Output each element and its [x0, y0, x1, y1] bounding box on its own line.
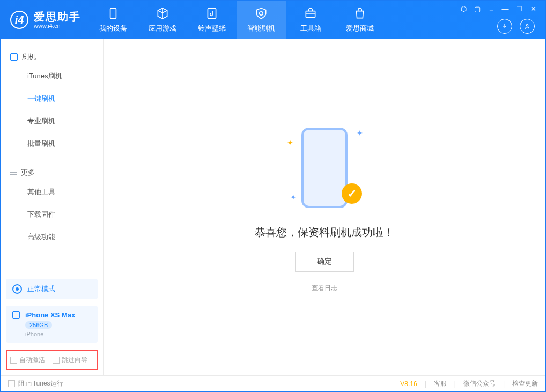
checkbox-icon [53, 357, 60, 364]
svg-point-3 [526, 25, 528, 27]
checkbox-skip-guide[interactable]: 跳过向导 [53, 356, 87, 365]
footer-link-update[interactable]: 检查更新 [512, 379, 538, 388]
device-name: iPhone XS Max [25, 311, 75, 319]
phone-graphic [301, 128, 348, 208]
sidebar-item-advanced[interactable]: 高级功能 [1, 226, 103, 248]
checkbox-icon [10, 357, 17, 364]
tab-smart-flash[interactable]: 智能刷机 [237, 1, 286, 39]
minimize-icon[interactable]: — [501, 5, 509, 12]
list-icon [10, 171, 17, 175]
toolbox-icon [304, 6, 318, 20]
menu-icon[interactable]: ≡ [488, 5, 495, 12]
phone-icon [106, 6, 120, 20]
sparkle-icon: ✦ [357, 129, 363, 137]
footer-link-wechat[interactable]: 微信公众号 [463, 379, 496, 388]
sidebar-item-batch-flash[interactable]: 批量刷机 [1, 132, 103, 155]
app-name-cn: 爱思助手 [34, 11, 81, 22]
version-label: V8.16 [400, 380, 417, 388]
download-button[interactable] [497, 19, 512, 34]
phone-icon [12, 311, 20, 319]
logo[interactable]: i4 爱思助手 www.i4.cn [1, 11, 88, 29]
svg-rect-0 [110, 8, 116, 19]
ok-button[interactable]: 确定 [295, 252, 354, 272]
sparkle-icon: ✦ [287, 138, 293, 147]
user-icon [523, 23, 531, 30]
header: i4 爱思助手 www.i4.cn 我的设备 应用游戏 铃声壁纸 智能刷机 工具… [1, 1, 545, 39]
mode-label: 正常模式 [27, 284, 55, 294]
logo-icon: i4 [10, 11, 28, 29]
window-controls: ⬡ ▢ ≡ — ☐ ✕ [460, 1, 540, 12]
main-content: ✦ ✦ ✦ ✓ 恭喜您，保资料刷机成功啦！ 确定 查看日志 [104, 39, 545, 375]
sidebar-section-flash: 刷机 [1, 45, 103, 65]
lock-icon[interactable]: ▢ [474, 5, 481, 12]
svg-rect-1 [208, 8, 216, 19]
mode-icon [12, 284, 22, 294]
app-name-en: www.i4.cn [34, 23, 81, 29]
checkbox-icon [8, 380, 15, 387]
sidebar-item-pro-flash[interactable]: 专业刷机 [1, 110, 103, 132]
tab-store[interactable]: 爱思商城 [335, 1, 385, 39]
sidebar-item-oneclick-flash[interactable]: 一键刷机 [1, 87, 103, 110]
check-icon: ✓ [342, 183, 362, 204]
shirt-icon[interactable]: ⬡ [460, 5, 467, 12]
maximize-icon[interactable]: ☐ [515, 5, 523, 12]
bag-icon [353, 6, 367, 20]
tab-ringtones-wallpapers[interactable]: 铃声壁纸 [187, 1, 237, 39]
tab-toolbox[interactable]: 工具箱 [286, 1, 335, 39]
sidebar-item-itunes-flash[interactable]: iTunes刷机 [1, 65, 103, 87]
checkbox-block-itunes[interactable]: 阻止iTunes运行 [8, 379, 63, 388]
tab-my-device[interactable]: 我的设备 [88, 1, 138, 39]
top-tabs: 我的设备 应用游戏 铃声壁纸 智能刷机 工具箱 爱思商城 [88, 1, 385, 39]
success-illustration: ✦ ✦ ✦ ✓ [271, 122, 378, 213]
view-log-link[interactable]: 查看日志 [312, 284, 337, 293]
checkbox-auto-activate[interactable]: 自动激活 [10, 356, 45, 365]
success-message: 恭喜您，保资料刷机成功啦！ [255, 225, 394, 240]
close-icon[interactable]: ✕ [529, 5, 537, 12]
mode-card[interactable]: 正常模式 [6, 279, 98, 299]
sparkle-icon: ✦ [290, 193, 297, 202]
sidebar-section-more: 更多 [1, 160, 103, 181]
refresh-shield-icon [254, 6, 268, 20]
footer-link-service[interactable]: 客服 [434, 379, 447, 388]
device-type: iPhone [25, 331, 75, 337]
footer: 阻止iTunes运行 V8.16 | 客服 | 微信公众号 | 检查更新 [1, 375, 545, 391]
music-file-icon [205, 6, 219, 20]
account-button[interactable] [520, 19, 535, 34]
device-card[interactable]: iPhone XS Max 256GB iPhone [6, 306, 98, 343]
cube-icon [156, 6, 169, 20]
sidebar-item-other-tools[interactable]: 其他工具 [1, 181, 103, 203]
tab-apps-games[interactable]: 应用游戏 [138, 1, 187, 39]
device-storage: 256GB [25, 321, 52, 329]
sidebar-item-download-firmware[interactable]: 下载固件 [1, 203, 103, 226]
sidebar: 刷机 iTunes刷机 一键刷机 专业刷机 批量刷机 更多 其他工具 下载固件 … [1, 39, 104, 375]
download-icon [501, 23, 508, 30]
highlighted-options: 自动激活 跳过向导 [6, 350, 98, 370]
device-icon [10, 53, 18, 61]
